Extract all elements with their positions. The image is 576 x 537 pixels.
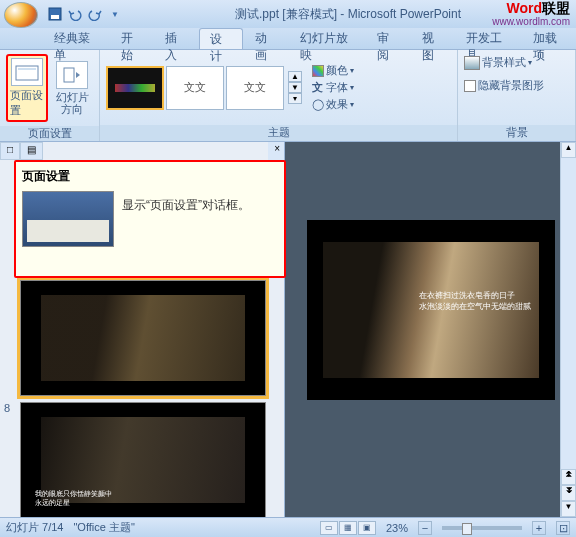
tab-addins[interactable]: 加载项: [523, 28, 576, 49]
slide-orientation-button[interactable]: 幻灯片 方向: [52, 59, 93, 117]
thumbnails-tab[interactable]: □: [0, 142, 20, 160]
theme-name: "Office 主题": [73, 520, 134, 535]
theme-gallery: 文文 文文: [106, 66, 284, 110]
hide-background-graphics-checkbox[interactable]: 隐藏背景图形: [464, 77, 544, 94]
page-setup-tooltip: 页面设置 显示“页面设置”对话框。: [14, 160, 286, 278]
group-page-setup-label: 页面设置: [0, 126, 99, 141]
tab-classic-menu[interactable]: 经典菜单: [44, 28, 109, 49]
slide-counter: 幻灯片 7/14: [6, 520, 63, 535]
zoom-slider[interactable]: [442, 526, 522, 530]
slideshow-view-icon[interactable]: ▣: [358, 521, 376, 535]
office-button[interactable]: [4, 2, 38, 28]
group-background: 背景样式▾ 隐藏背景图形 背景: [458, 50, 576, 141]
view-buttons: ▭ ▦ ▣: [320, 521, 376, 535]
colors-button[interactable]: 颜色▾: [312, 62, 354, 79]
group-page-setup: 页面设置 幻灯片 方向 页面设置: [0, 50, 100, 141]
zoom-out-button[interactable]: −: [418, 521, 432, 535]
normal-view-icon[interactable]: ▭: [320, 521, 338, 535]
orientation-icon: [56, 61, 88, 89]
redo-icon[interactable]: [86, 5, 104, 23]
watermark-url: www.wordlm.com: [492, 16, 570, 27]
slide-editor: 在衣裤扫过洗衣皂香的日子 水泡淡淡的在空气中无端的甜腻 ▲ ▼ ⯭ ⯯: [285, 142, 576, 517]
save-icon[interactable]: [46, 5, 64, 23]
tooltip-preview-image: [22, 191, 114, 247]
status-bar: 幻灯片 7/14 "Office 主题" ▭ ▦ ▣ 23% − + ⊡: [0, 517, 576, 537]
zoom-in-button[interactable]: +: [532, 521, 546, 535]
tab-design[interactable]: 设计: [199, 28, 243, 49]
ribbon: 页面设置 幻灯片 方向 页面设置 文文 文文 ▲ ▼ ▾ 颜色▾ 文字体▾: [0, 50, 576, 142]
fonts-icon: 文: [312, 80, 324, 95]
colors-icon: [312, 65, 324, 77]
group-themes-label: 主题: [100, 125, 457, 141]
qat-dropdown-icon[interactable]: ▼: [106, 5, 124, 23]
quick-access-toolbar: ▼: [46, 5, 124, 23]
thumb-caption: 我的眼底只你恬静笑颜中 永远的足星: [35, 489, 112, 507]
theme-scroll-up-icon[interactable]: ▲: [288, 71, 302, 82]
background-styles-button[interactable]: 背景样式▾: [464, 54, 532, 71]
sorter-view-icon[interactable]: ▦: [339, 521, 357, 535]
tab-developer[interactable]: 开发工具: [456, 28, 521, 49]
thumb-image-8: 我的眼底只你恬静笑颜中 永远的足星: [20, 402, 266, 517]
slide-thumb-7[interactable]: 7: [4, 280, 280, 396]
fit-window-icon[interactable]: ⊡: [556, 521, 570, 535]
background-styles-icon: [464, 56, 480, 70]
svg-rect-1: [51, 15, 59, 19]
title-bar: ▼ 测试.ppt [兼容模式] - Microsoft PowerPoint W…: [0, 0, 576, 28]
slide-thumb-8[interactable]: 8 我的眼底只你恬静笑颜中 永远的足星: [4, 402, 280, 517]
theme-scroll-more-icon[interactable]: ▾: [288, 93, 302, 104]
svg-rect-4: [64, 68, 74, 82]
thumb-number: 8: [4, 402, 16, 517]
theme-thumb-selected[interactable]: [106, 66, 164, 110]
checkbox-icon: [464, 80, 476, 92]
theme-scroll-down-icon[interactable]: ▼: [288, 82, 302, 93]
page-setup-button[interactable]: 页面设置: [6, 54, 48, 122]
slide-caption-text: 在衣裤扫过洗衣皂香的日子 水泡淡淡的在空气中无端的甜腻: [419, 290, 531, 312]
group-themes: 文文 文文 ▲ ▼ ▾ 颜色▾ 文字体▾ ◯效果▾ 主题: [100, 50, 458, 141]
undo-icon[interactable]: [66, 5, 84, 23]
next-slide-icon[interactable]: ⯯: [561, 485, 576, 501]
tab-review[interactable]: 审阅: [367, 28, 409, 49]
page-setup-icon: [11, 58, 43, 86]
editor-vertical-scrollbar[interactable]: ▲ ▼ ⯭ ⯯: [560, 142, 576, 517]
fonts-button[interactable]: 文字体▾: [312, 79, 354, 96]
scroll-down-icon[interactable]: ▼: [561, 501, 576, 517]
outline-tab[interactable]: ▤: [20, 142, 43, 160]
prev-slide-icon[interactable]: ⯭: [561, 469, 576, 485]
page-setup-label: 页面设置: [10, 88, 44, 118]
theme-gallery-scroll: ▲ ▼ ▾: [288, 71, 302, 104]
theme-thumb-2[interactable]: 文文: [226, 66, 284, 110]
tab-slideshow[interactable]: 幻灯片放映: [290, 28, 366, 49]
tab-animations[interactable]: 动画: [245, 28, 287, 49]
panel-close-icon[interactable]: ×: [268, 142, 284, 160]
ribbon-tabs: 经典菜单 开始 插入 设计 动画 幻灯片放映 审阅 视图 开发工具 加载项: [0, 28, 576, 50]
tooltip-title: 页面设置: [22, 168, 278, 185]
group-background-label: 背景: [458, 125, 575, 141]
thumb-image-7: [20, 280, 266, 396]
effects-button[interactable]: ◯效果▾: [312, 96, 354, 113]
tooltip-description: 显示“页面设置”对话框。: [122, 191, 250, 247]
slide-canvas[interactable]: 在衣裤扫过洗衣皂香的日子 水泡淡淡的在空气中无端的甜腻: [307, 220, 555, 400]
scroll-up-icon[interactable]: ▲: [561, 142, 576, 158]
tab-home[interactable]: 开始: [111, 28, 153, 49]
tab-insert[interactable]: 插入: [155, 28, 197, 49]
svg-rect-3: [18, 68, 36, 70]
tab-view[interactable]: 视图: [412, 28, 454, 49]
orientation-label: 幻灯片 方向: [56, 91, 89, 115]
effects-icon: ◯: [312, 98, 324, 111]
theme-thumb-1[interactable]: 文文: [166, 66, 224, 110]
zoom-percent[interactable]: 23%: [386, 522, 408, 534]
